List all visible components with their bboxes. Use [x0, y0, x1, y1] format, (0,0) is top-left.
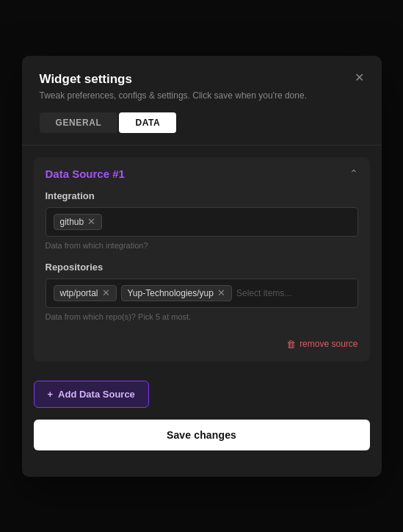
widget-settings-modal: Widget settings Tweak preferences, confi… [22, 56, 382, 477]
data-source-body: Integration github ✕ Data from which int… [34, 190, 370, 362]
tabs-bar: GENERAL DATA [22, 112, 382, 145]
wtp-portal-tag: wtp/portal ✕ [54, 285, 117, 301]
modal-title: Widget settings [40, 72, 364, 87]
add-data-source-button[interactable]: + Add Data Source [34, 381, 149, 408]
integration-tag-input[interactable]: github ✕ [46, 207, 358, 237]
repositories-tag-input[interactable]: wtp/portal ✕ Yup-Technologies/yup ✕ Sele… [46, 278, 358, 308]
add-source-row: + Add Data Source [22, 373, 382, 420]
repositories-label: Repositories [46, 262, 358, 273]
remove-source-row: 🗑 remove source [46, 333, 358, 350]
modal-header: Widget settings Tweak preferences, confi… [22, 56, 382, 112]
integration-field-group: Integration github ✕ Data from which int… [46, 190, 358, 250]
modal-body: Data Source #1 ⌃ Integration github ✕ [22, 157, 382, 477]
data-source-header[interactable]: Data Source #1 ⌃ [34, 157, 370, 190]
close-icon: ✕ [355, 71, 364, 85]
repositories-placeholder: Select items... [236, 288, 291, 298]
github-tag-label: github [60, 217, 84, 227]
chevron-up-icon: ⌃ [349, 168, 358, 179]
wtp-portal-tag-remove[interactable]: ✕ [102, 288, 110, 298]
tab-data[interactable]: DATA [119, 112, 176, 133]
remove-source-label: remove source [299, 339, 357, 349]
repositories-field-group: Repositories wtp/portal ✕ Yup-Technologi… [46, 262, 358, 321]
divider [22, 145, 382, 145]
remove-source-button[interactable]: 🗑 remove source [286, 339, 357, 350]
yup-technologies-tag-remove[interactable]: ✕ [217, 288, 225, 298]
trash-icon: 🗑 [286, 339, 296, 350]
wtp-portal-tag-label: wtp/portal [60, 288, 98, 298]
yup-technologies-tag-label: Yup-Technologies/yup [128, 288, 214, 298]
add-source-label: Add Data Source [58, 389, 135, 400]
plus-icon: + [48, 389, 54, 400]
data-source-section: Data Source #1 ⌃ Integration github ✕ [34, 157, 370, 362]
github-tag-remove[interactable]: ✕ [87, 217, 95, 226]
github-tag: github ✕ [54, 214, 103, 230]
integration-label: Integration [46, 190, 358, 201]
modal-overlay: Widget settings Tweak preferences, confi… [0, 0, 403, 532]
yup-technologies-tag: Yup-Technologies/yup ✕ [121, 285, 232, 301]
modal-subtitle: Tweak preferences, configs & settings. C… [40, 90, 364, 101]
integration-hint: Data from which integration? [46, 241, 358, 250]
close-button[interactable]: ✕ [351, 69, 368, 87]
data-source-title: Data Source #1 [46, 168, 125, 180]
save-button[interactable]: Save changes [34, 420, 370, 450]
tab-general[interactable]: GENERAL [40, 112, 118, 133]
save-row: Save changes [22, 420, 382, 462]
repositories-hint: Data from which repo(s)? Pick 5 at most. [46, 312, 358, 321]
